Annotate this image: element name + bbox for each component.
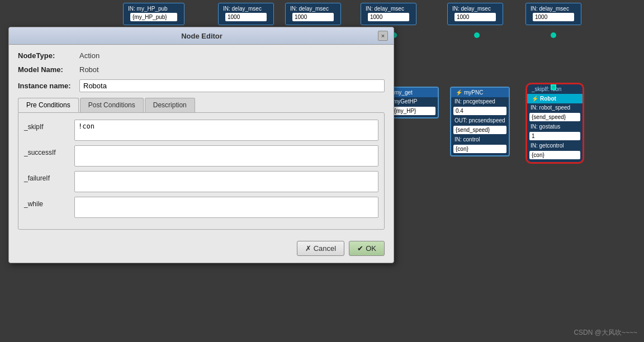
delay2-header: IN: delay_msec (290, 6, 336, 12)
condition-failureif-input[interactable] (74, 171, 378, 192)
tab-post-conditions[interactable]: Post Conditions (80, 98, 144, 112)
ok-button[interactable]: ✔ OK (349, 241, 385, 256)
condition-successif-label: _successIf (24, 145, 74, 156)
tabs-container: Pre Conditions Post Conditions Descripti… (18, 98, 385, 112)
my-get-node: my_get myGetHP {my_HP} (389, 87, 439, 118)
robot-gostatus-label: IN: gostatus (527, 122, 583, 131)
condition-successif-input[interactable] (74, 145, 378, 167)
my-hp-pub-header: IN: my_HP_pub (128, 6, 179, 12)
my-hp-pub-field: {my_HP_pub} (130, 13, 177, 21)
cancel-icon: ✗ (305, 244, 311, 253)
robot-header: ⚡ Robot (527, 94, 583, 103)
tab-description[interactable]: Description (145, 98, 195, 112)
robot-gostatus-value: 1 (529, 132, 580, 140)
condition-skipif-label: _skipIf (24, 120, 74, 131)
delay1-node: IN: delay_msec 1000 (218, 3, 274, 25)
connector-dot-robot (551, 84, 556, 90)
pnc-control-label: IN: control (451, 135, 509, 144)
node-editor-dialog: Node Editor × NodeType: Action Model Nam… (8, 27, 394, 263)
delay3-field: 1000 (368, 13, 409, 21)
delay5-node: IN: delay_msec 1000 (525, 3, 581, 25)
pnc-in-label: IN: pncgetspeed (451, 97, 509, 106)
condition-while-label: _while (24, 197, 74, 208)
delay5-field: 1000 (533, 13, 574, 21)
pnc-out-label: OUT: pncsendspeed (451, 116, 509, 125)
tab-content-pre-conditions: _skipIf !con _successIf _failureIf _whil… (18, 112, 385, 230)
delay3-header: IN: delay_msec (366, 6, 411, 12)
lightning-icon-robot: ⚡ (532, 96, 538, 102)
instancename-label: Instance name: (18, 82, 79, 90)
condition-while-row: _while (24, 197, 378, 218)
nodetype-label: NodeType: (18, 51, 79, 60)
robot-speed-field: {send_speed} (529, 113, 580, 121)
nodetype-row: NodeType: Action (18, 51, 385, 60)
cancel-button[interactable]: ✗ Cancel (297, 241, 344, 256)
robot-node: _skipIf: !con ⚡ Robot IN: robot_speed {s… (525, 83, 584, 164)
condition-skipif-row: _skipIf !con (24, 120, 378, 141)
my-get-field: {my_HP} (392, 107, 435, 115)
pnc-send-speed: {send_speed} (453, 126, 506, 134)
robot-speed-label: IN: robot_speed (527, 103, 583, 112)
delay5-header: IN: delay_msec (531, 6, 576, 12)
instancename-input[interactable] (79, 79, 385, 92)
modelname-row: Model Name: Robot (18, 65, 385, 74)
lightning-icon-pnc: ⚡ (456, 89, 462, 96)
modelname-label: Model Name: (18, 65, 79, 74)
robot-name: Robot (540, 96, 556, 102)
dialog-close-button[interactable]: × (378, 31, 388, 41)
ok-icon: ✔ (357, 244, 363, 253)
my-pnc-name: myPNC (464, 89, 483, 96)
connector-dot-2 (474, 32, 480, 38)
connector-dot-3 (551, 32, 556, 38)
dialog-title: Node Editor (26, 32, 378, 40)
tab-pre-conditions[interactable]: Pre Conditions (18, 98, 79, 112)
condition-failureif-row: _failureIf (24, 171, 378, 192)
robot-getcontrol-field: {con} (529, 151, 580, 159)
robot-getcontrol-label: IN: getcontrol (527, 141, 583, 150)
pnc-control-field: {con} (453, 145, 506, 153)
my-hp-pub-node: IN: my_HP_pub {my_HP_pub} (123, 3, 184, 25)
delay2-field: 1000 (292, 13, 334, 21)
my-pnc-header: ⚡ myPNC (451, 88, 509, 97)
my-pnc-node: ⚡ myPNC IN: pncgetspeed 0.4 OUT: pncsend… (450, 87, 510, 156)
instancename-row: Instance name: (18, 79, 385, 92)
condition-skipif-input[interactable]: !con (74, 120, 378, 141)
modelname-value: Robot (79, 65, 99, 74)
ok-label: OK (366, 244, 376, 253)
delay2-node: IN: delay_msec 1000 (285, 3, 341, 25)
watermark: CSDN @大风吹~~~~ (574, 328, 637, 338)
condition-successif-row: _successIf (24, 145, 378, 167)
condition-failureif-label: _failureIf (24, 171, 74, 182)
my-get-sub: myGetHP (390, 97, 438, 106)
delay1-header: IN: delay_msec (223, 6, 269, 12)
condition-while-input[interactable] (74, 197, 378, 218)
dialog-footer: ✗ Cancel ✔ OK (9, 236, 394, 263)
delay4-field: 1000 (454, 13, 496, 21)
my-get-header: my_get (390, 88, 438, 97)
delay4-header: IN: delay_msec (452, 6, 498, 12)
delay3-node: IN: delay_msec 1000 (361, 3, 416, 25)
delay4-node: IN: delay_msec 1000 (447, 3, 503, 25)
pnc-speed-value: 0.4 (453, 107, 506, 115)
cancel-label: Cancel (314, 244, 336, 253)
dialog-titlebar: Node Editor × (9, 27, 394, 45)
nodetype-value: Action (79, 51, 100, 60)
dialog-body: NodeType: Action Model Name: Robot Insta… (9, 45, 394, 236)
delay1-field: 1000 (225, 13, 267, 21)
